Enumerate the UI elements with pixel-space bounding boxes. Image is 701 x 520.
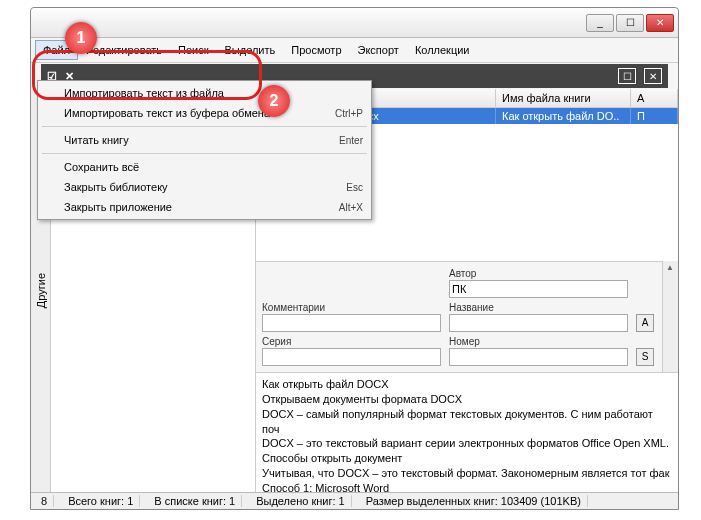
author-label: Автор	[449, 268, 628, 279]
menu-item-label: Закрыть библиотеку	[64, 181, 346, 193]
titlebar: _ ☐ ✕	[31, 8, 678, 38]
menu-item-label: Импортировать текст из файла	[64, 87, 363, 99]
title-input[interactable]	[449, 314, 628, 332]
status-cell: В списке книг: 1	[148, 495, 242, 507]
form-area: Автор Комментарии Название A	[256, 261, 662, 372]
menu-поиск[interactable]: Поиск	[170, 40, 216, 60]
menu-item-shortcut: Enter	[339, 135, 363, 146]
menu-item[interactable]: Читать книгуEnter	[40, 130, 369, 150]
series-label: Серия	[262, 336, 441, 347]
statusbar: 8 Всего книг: 1 В списке книг: 1 Выделен…	[31, 492, 678, 509]
content-text: Как открыть файл DOCX Открываем документ…	[256, 372, 678, 492]
a-button[interactable]: A	[636, 314, 654, 332]
menubar: ФайлРедактироватьПоискВыделитьПросмотрЭк…	[31, 38, 678, 63]
status-cell: Выделено книг: 1	[250, 495, 351, 507]
maximize-button[interactable]: ☐	[616, 14, 644, 32]
status-cell: Всего книг: 1	[62, 495, 140, 507]
comment-field: Комментарии	[262, 302, 441, 332]
menu-коллекции[interactable]: Коллекции	[407, 40, 478, 60]
menu-item-label: Читать книгу	[64, 134, 339, 146]
title-label: Название	[449, 302, 628, 313]
series-field: Серия	[262, 336, 441, 366]
series-input[interactable]	[262, 348, 441, 366]
author-field: Автор	[449, 268, 628, 298]
close-button[interactable]: ✕	[646, 14, 674, 32]
scrollbar[interactable]	[662, 261, 678, 372]
number-input[interactable]	[449, 348, 628, 366]
menu-item[interactable]: Сохранить всё	[40, 157, 369, 177]
menu-item[interactable]: Закрыть приложениеAlt+X	[40, 197, 369, 217]
menu-item-shortcut: Esc	[346, 182, 363, 193]
menu-выделить[interactable]: Выделить	[217, 40, 284, 60]
comment-label: Комментарии	[262, 302, 441, 313]
menu-item[interactable]: Импортировать текст из буфера обменаCtrl…	[40, 103, 369, 123]
menu-экспорт[interactable]: Экспорт	[350, 40, 407, 60]
minimize-button[interactable]: _	[586, 14, 614, 32]
grid-cell: Как открыть файл DO..	[496, 108, 631, 124]
comment-input[interactable]	[262, 314, 441, 332]
menu-item-label: Сохранить всё	[64, 161, 363, 173]
title-field: Название	[449, 302, 628, 332]
file-menu-dropdown: Импортировать текст из файлаИмпортироват…	[37, 80, 372, 220]
callout-2: 2	[258, 85, 290, 117]
s-button[interactable]: S	[636, 348, 654, 366]
number-field: Номер	[449, 336, 628, 366]
grid-header-col2[interactable]: Имя файла книги	[496, 89, 631, 107]
number-label: Номер	[449, 336, 628, 347]
menu-item-shortcut: Ctrl+P	[335, 108, 363, 119]
status-cell: 8	[35, 495, 54, 507]
grid-header-col3[interactable]: А	[631, 89, 678, 107]
menu-item-label: Закрыть приложение	[64, 201, 339, 213]
status-cell: Размер выделенных книг: 103409 (101KB)	[360, 495, 588, 507]
menu-item-label: Импортировать текст из буфера обмена	[64, 107, 335, 119]
menu-item-shortcut: Alt+X	[339, 202, 363, 213]
close-panel-icon[interactable]: ✕	[644, 68, 662, 84]
author-input[interactable]	[449, 280, 628, 298]
max-icon[interactable]: ☐	[618, 68, 636, 84]
menu-просмотр[interactable]: Просмотр	[283, 40, 349, 60]
menu-item[interactable]: Закрыть библиотекуEsc	[40, 177, 369, 197]
callout-1: 1	[65, 22, 97, 54]
menu-item[interactable]: Импортировать текст из файла	[40, 83, 369, 103]
grid-cell: П	[631, 108, 678, 124]
